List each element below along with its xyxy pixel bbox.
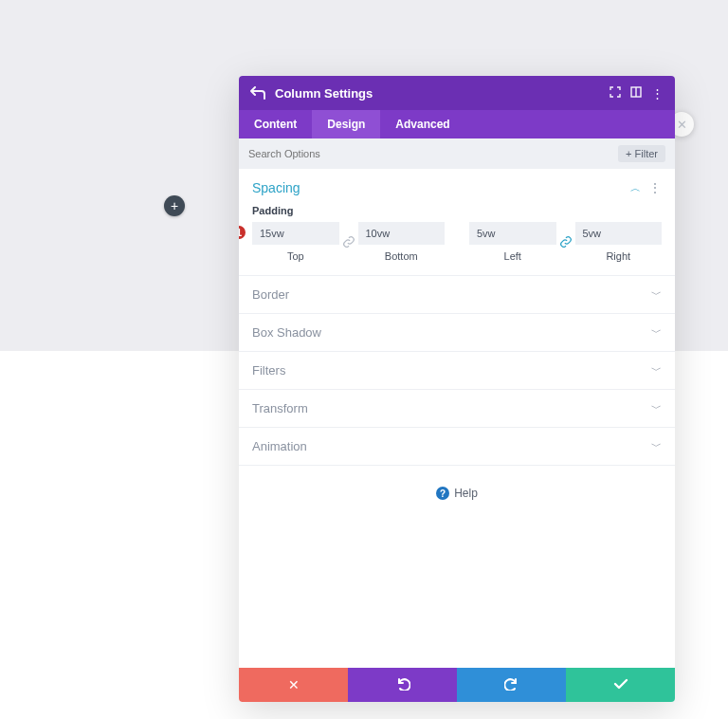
padding-group-lr: Left Right <box>469 222 662 262</box>
padding-top-input[interactable] <box>252 222 339 245</box>
padding-row: 1 Top Bottom Left <box>239 222 675 275</box>
help-label: Help <box>454 487 478 500</box>
section-box-shadow[interactable]: Box Shadow ﹀ <box>239 314 675 352</box>
undo-icon <box>395 677 410 693</box>
padding-right-label: Right <box>575 250 663 262</box>
section-label: Box Shadow <box>252 325 651 340</box>
section-filters[interactable]: Filters ﹀ <box>239 352 675 390</box>
tab-design[interactable]: Design <box>312 110 380 138</box>
redo-icon <box>504 677 519 693</box>
section-animation[interactable]: Animation ﹀ <box>239 428 675 466</box>
tab-content[interactable]: Content <box>239 110 312 138</box>
snap-icon[interactable] <box>630 86 642 101</box>
padding-left-label: Left <box>469 250 556 262</box>
add-module-button[interactable]: + <box>164 195 185 216</box>
padding-bottom-label: Bottom <box>358 250 446 262</box>
chevron-down-icon: ﹀ <box>651 401 662 415</box>
section-label: Transform <box>252 401 651 415</box>
kebab-icon[interactable]: ⋮ <box>651 86 664 101</box>
link-icon[interactable] <box>339 230 358 254</box>
help-link[interactable]: ? Help <box>239 466 675 509</box>
spacing-section-header[interactable]: Spacing ︿ ⋮ <box>239 169 675 203</box>
section-label: Border <box>252 287 651 302</box>
padding-right-input[interactable] <box>575 222 663 245</box>
back-icon[interactable] <box>250 86 265 100</box>
help-icon: ? <box>436 487 449 500</box>
padding-group-tb: Top Bottom <box>252 222 445 262</box>
undo-button[interactable] <box>348 668 457 702</box>
redo-button[interactable] <box>457 668 566 702</box>
spacing-title: Spacing <box>252 180 623 195</box>
search-bar: + Filter <box>239 138 675 169</box>
tab-advanced[interactable]: Advanced <box>380 110 464 138</box>
modal-header: Column Settings ⋮ <box>239 76 675 110</box>
chevron-down-icon: ﹀ <box>651 363 662 378</box>
padding-left-field: Left <box>469 222 556 262</box>
chevron-down-icon: ﹀ <box>651 325 662 340</box>
close-icon: ✕ <box>288 677 300 692</box>
padding-label: Padding <box>239 203 675 222</box>
padding-right-field: Right <box>575 222 663 262</box>
search-input[interactable] <box>248 148 610 159</box>
padding-bottom-input[interactable] <box>358 222 446 245</box>
chevron-down-icon: ﹀ <box>651 287 662 302</box>
section-border[interactable]: Border ﹀ <box>239 276 675 314</box>
collapse-icon[interactable]: ︿ <box>630 181 641 195</box>
section-kebab-icon[interactable]: ⋮ <box>648 180 662 195</box>
padding-left-input[interactable] <box>469 222 556 245</box>
padding-bottom-field: Bottom <box>358 222 446 262</box>
filter-label: Filter <box>635 148 658 159</box>
filter-button[interactable]: + Filter <box>618 145 665 162</box>
step-badge: 1 <box>239 224 247 241</box>
modal-content: Spacing ︿ ⋮ Padding 1 Top Bottom <box>239 169 675 668</box>
plus-icon: + <box>626 148 631 159</box>
column-settings-modal: Column Settings ⋮ Content Design Advance… <box>239 76 675 702</box>
expand-icon[interactable] <box>610 86 621 101</box>
cancel-button[interactable]: ✕ <box>239 668 348 702</box>
section-label: Filters <box>252 363 651 378</box>
chevron-down-icon: ﹀ <box>651 439 662 453</box>
tab-bar: Content Design Advanced <box>239 110 675 138</box>
save-button[interactable] <box>566 668 675 702</box>
padding-top-label: Top <box>252 250 339 262</box>
section-label: Animation <box>252 439 651 453</box>
modal-footer: ✕ <box>239 668 675 702</box>
link-icon[interactable] <box>556 230 575 254</box>
section-transform[interactable]: Transform ﹀ <box>239 390 675 428</box>
check-icon <box>613 677 628 692</box>
padding-top-field: Top <box>252 222 339 262</box>
modal-title: Column Settings <box>275 86 600 101</box>
